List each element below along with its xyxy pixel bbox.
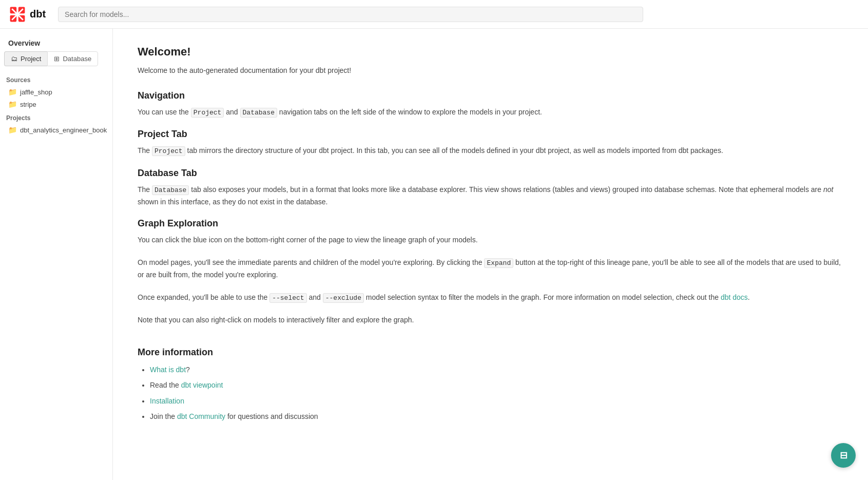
lineage-graph-button[interactable]: ⊟ bbox=[831, 443, 856, 468]
database-icon: ⊞ bbox=[54, 55, 60, 63]
graph-text-1: You can click the blue icon on the botto… bbox=[138, 234, 843, 246]
welcome-text: Welcome to the auto-generated documentat… bbox=[138, 65, 843, 76]
folder-icon-stripe: 📁 bbox=[8, 100, 17, 108]
sidebar-item-jaffle-shop[interactable]: 📁 jaffle_shop bbox=[0, 86, 112, 98]
more-info-list: What is dbt? Read the dbt viewpoint Inst… bbox=[138, 364, 843, 423]
graph-text-3: Once expanded, you'll be able to use the… bbox=[138, 292, 843, 304]
more-info-heading: More information bbox=[138, 347, 843, 358]
main-layout: Overview 🗂 Project ⊞ Database Sources 📁 … bbox=[0, 29, 868, 480]
project-tab-text: The Project tab mirrors the directory st… bbox=[138, 145, 843, 157]
more-info-section: More information What is dbt? Read the d… bbox=[138, 347, 843, 423]
navigation-heading: Navigation bbox=[138, 90, 843, 101]
graph-text-4: Note that you can also right-click on mo… bbox=[138, 314, 843, 327]
installation-link[interactable]: Installation bbox=[150, 397, 184, 405]
what-is-dbt-link[interactable]: What is dbt bbox=[150, 366, 186, 374]
sidebar: Overview 🗂 Project ⊞ Database Sources 📁 … bbox=[0, 29, 113, 480]
projects-section-title: Projects bbox=[0, 110, 112, 124]
database-code: Database bbox=[240, 108, 277, 118]
folder-icon-analytics: 📁 bbox=[8, 126, 17, 134]
header: dbt bbox=[0, 0, 868, 29]
sidebar-item-stripe[interactable]: 📁 stripe bbox=[0, 98, 112, 110]
expand-code: Expand bbox=[484, 258, 513, 268]
database-tab-heading: Database Tab bbox=[138, 168, 843, 179]
logo-text: dbt bbox=[30, 8, 46, 20]
tab-project[interactable]: 🗂 Project bbox=[4, 51, 47, 66]
graph-heading: Graph Exploration bbox=[138, 218, 843, 229]
not-italic: not bbox=[823, 185, 833, 194]
sidebar-item-dbt-analytics[interactable]: 📁 dbt_analytics_engineer_book bbox=[0, 124, 112, 136]
list-item-installation: Installation bbox=[150, 395, 843, 407]
logo: dbt bbox=[8, 5, 46, 24]
sources-section-title: Sources bbox=[0, 72, 112, 86]
welcome-heading: Welcome! bbox=[138, 45, 843, 59]
database-tab-code: Database bbox=[152, 185, 189, 195]
navigation-text: You can use the Project and Database nav… bbox=[138, 106, 843, 119]
project-tab-heading: Project Tab bbox=[138, 129, 843, 140]
folder-icon: 🗂 bbox=[11, 55, 17, 63]
project-tab-code: Project bbox=[152, 146, 185, 156]
tab-database[interactable]: ⊞ Database bbox=[47, 51, 98, 66]
sidebar-overview-label: Overview bbox=[0, 35, 112, 49]
exclude-code: --exclude bbox=[323, 293, 364, 303]
dbt-logo-icon bbox=[8, 5, 27, 24]
main-content: Welcome! Welcome to the auto-generated d… bbox=[113, 29, 868, 480]
sidebar-tabs: 🗂 Project ⊞ Database bbox=[0, 49, 112, 72]
database-tab-text: The Database tab also exposes your model… bbox=[138, 184, 843, 208]
project-code: Project bbox=[191, 108, 224, 118]
dbt-viewpoint-link[interactable]: dbt viewpoint bbox=[181, 381, 223, 389]
select-code: --select bbox=[269, 293, 306, 303]
list-item-community: Join the dbt Community for questions and… bbox=[150, 411, 843, 422]
dbt-docs-link[interactable]: dbt docs bbox=[721, 293, 748, 301]
folder-icon-jaffle-shop: 📁 bbox=[8, 88, 17, 96]
graph-text-2: On model pages, you'll see the immediate… bbox=[138, 257, 843, 281]
dbt-community-link[interactable]: dbt Community bbox=[177, 412, 225, 420]
lineage-icon: ⊟ bbox=[840, 450, 847, 461]
list-item-viewpoint: Read the dbt viewpoint bbox=[150, 379, 843, 391]
search-input[interactable] bbox=[58, 7, 643, 22]
list-item-what-is-dbt: What is dbt? bbox=[150, 364, 843, 375]
